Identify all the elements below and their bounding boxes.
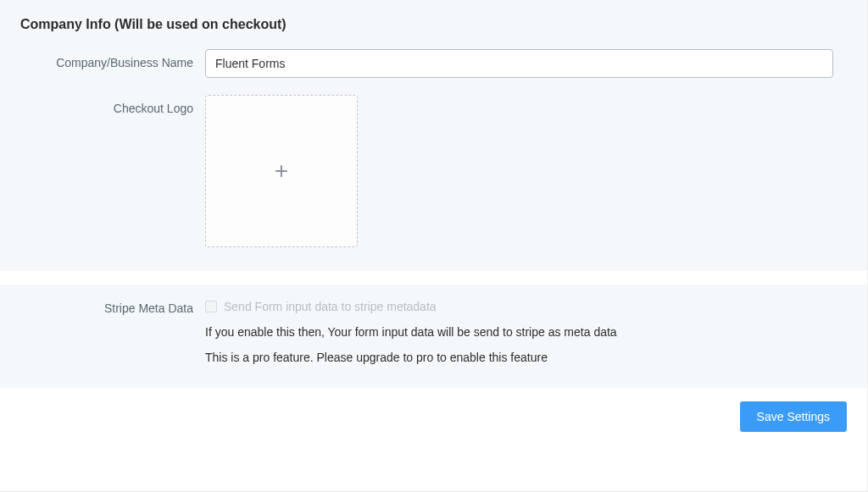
company-name-field-wrap: [205, 49, 847, 78]
company-name-row: Company/Business Name: [20, 49, 847, 78]
stripe-meta-label: Stripe Meta Data: [20, 300, 205, 315]
stripe-meta-section: Stripe Meta Data Send Form input data to…: [0, 285, 867, 388]
settings-container: Company Info (Will be used on checkout) …: [0, 0, 868, 492]
checkout-logo-row: Checkout Logo +: [20, 95, 847, 247]
checkout-logo-field-wrap: +: [205, 95, 847, 247]
checkout-logo-label: Checkout Logo: [20, 95, 205, 115]
company-name-input[interactable]: [205, 49, 833, 78]
plus-icon: +: [275, 159, 288, 183]
company-info-section: Company Info (Will be used on checkout) …: [0, 0, 867, 271]
stripe-help-2: This is a pro feature. Please upgrade to…: [205, 351, 847, 364]
stripe-meta-row: Stripe Meta Data Send Form input data to…: [20, 300, 847, 364]
stripe-checkbox-label: Send Form input data to stripe metadata: [224, 300, 437, 313]
save-settings-button[interactable]: Save Settings: [740, 401, 847, 432]
stripe-help-1: If you enable this then, Your form input…: [205, 325, 847, 339]
company-name-label: Company/Business Name: [20, 49, 205, 69]
logo-upload-box[interactable]: +: [205, 95, 358, 247]
footer: Save Settings: [0, 388, 867, 449]
stripe-checkbox: [205, 301, 217, 312]
section-title: Company Info (Will be used on checkout): [20, 17, 847, 32]
stripe-meta-content: Send Form input data to stripe metadata …: [205, 300, 847, 364]
stripe-checkbox-wrap: Send Form input data to stripe metadata: [205, 300, 847, 313]
